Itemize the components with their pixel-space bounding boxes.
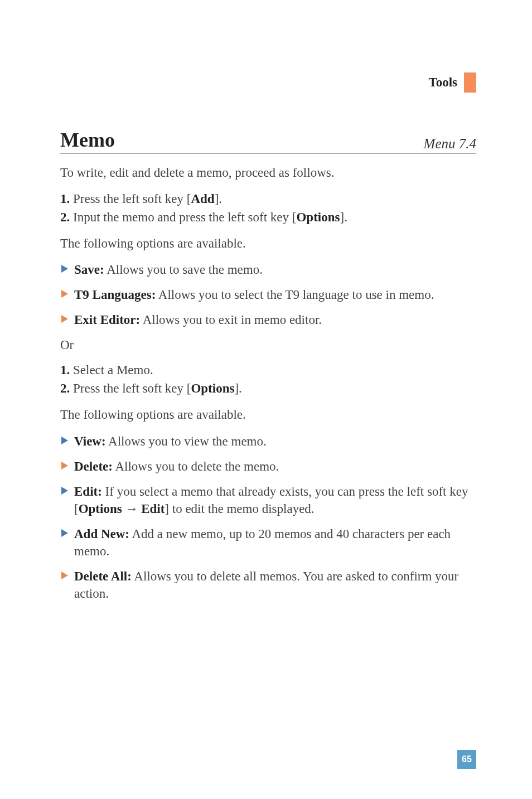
- triangle-icon: [61, 437, 68, 444]
- option-key1: Options: [79, 502, 122, 516]
- option-description: Add a new memo, up to 20 memos and 40 ch…: [74, 527, 451, 558]
- step-1b: 1. Select a Memo.: [60, 361, 476, 379]
- option-description: Allows you to exit in memo editor.: [140, 313, 322, 327]
- option-text: Add New: Add a new memo, up to 20 memos …: [74, 525, 476, 560]
- option-t9-languages: T9 Languages: Allows you to select the T…: [60, 286, 476, 303]
- step-key: Options: [191, 381, 234, 395]
- step-text: Select a Memo.: [73, 363, 153, 377]
- step-text: Input the memo and press the left soft k…: [73, 210, 296, 224]
- triangle-icon: [61, 315, 68, 323]
- page-number: 65: [457, 750, 476, 769]
- option-save: Save: Allows you to save the memo.: [60, 261, 476, 278]
- step-number: 2.: [60, 210, 70, 224]
- option-description: Allows you to select the T9 language to …: [156, 288, 434, 302]
- triangle-icon: [61, 529, 68, 537]
- or-separator: Or: [60, 336, 476, 354]
- step-text-post: ].: [234, 381, 241, 395]
- step-block-2: 1. Select a Memo. 2. Press the left soft…: [60, 361, 476, 397]
- option-description: Allows you to delete the memo.: [113, 459, 279, 473]
- option-description-post: ] to edit the memo displayed.: [165, 502, 314, 516]
- option-description: Allows you to delete all memos. You are …: [74, 569, 458, 601]
- options-intro-2: The following options are available.: [60, 406, 476, 423]
- option-delete-all: Delete All: Allows you to delete all mem…: [60, 568, 476, 602]
- triangle-icon: [61, 462, 68, 469]
- step-key: Options: [296, 210, 340, 224]
- page-title: Memo: [60, 128, 115, 152]
- menu-reference: Menu 7.4: [424, 136, 476, 152]
- option-description: Allows you to view the memo.: [106, 434, 267, 448]
- option-label: Delete:: [74, 459, 113, 473]
- option-text: Delete: Allows you to delete the memo.: [74, 458, 476, 475]
- option-text: Exit Editor: Allows you to exit in memo …: [74, 311, 476, 328]
- step-number: 1.: [60, 192, 70, 206]
- option-text: Delete All: Allows you to delete all mem…: [74, 568, 476, 602]
- option-label: View:: [74, 434, 106, 448]
- section-header: Tools: [428, 72, 476, 93]
- option-edit: Edit: If you select a memo that already …: [60, 483, 476, 517]
- option-add-new: Add New: Add a new memo, up to 20 memos …: [60, 525, 476, 560]
- option-label: Edit:: [74, 485, 102, 498]
- step-1: 1. Press the left soft key [Add].: [60, 190, 476, 207]
- option-arrow: →: [122, 502, 142, 516]
- option-text: Save: Allows you to save the memo.: [74, 261, 476, 278]
- step-text: Press the left soft key [: [73, 381, 191, 395]
- triangle-icon: [61, 265, 68, 273]
- option-label: Save:: [74, 263, 104, 277]
- option-label: T9 Languages:: [74, 288, 156, 302]
- title-row: Memo Menu 7.4: [60, 128, 476, 154]
- step-block-1: 1. Press the left soft key [Add]. 2. Inp…: [60, 190, 476, 226]
- options-intro: The following options are available.: [60, 235, 476, 252]
- option-text: Edit: If you select a memo that already …: [74, 483, 476, 517]
- section-marker-icon: [464, 72, 476, 93]
- option-text: View: Allows you to view the memo.: [74, 433, 476, 450]
- step-text: Press the left soft key [: [73, 192, 191, 206]
- step-number: 1.: [60, 363, 70, 377]
- body-content: To write, edit and delete a memo, procee…: [60, 164, 476, 602]
- step-2b: 2. Press the left soft key [Options].: [60, 380, 476, 397]
- option-text: T9 Languages: Allows you to select the T…: [74, 286, 476, 303]
- triangle-icon: [61, 290, 68, 298]
- option-exit-editor: Exit Editor: Allows you to exit in memo …: [60, 311, 476, 328]
- option-label: Exit Editor:: [74, 313, 140, 327]
- option-label: Add New:: [74, 527, 129, 541]
- step-key: Add: [191, 192, 214, 206]
- option-view: View: Allows you to view the memo.: [60, 433, 476, 450]
- intro-text: To write, edit and delete a memo, procee…: [60, 164, 476, 181]
- section-label: Tools: [428, 75, 457, 90]
- option-description: Allows you to save the memo.: [104, 263, 263, 277]
- triangle-icon: [61, 487, 68, 495]
- step-number: 2.: [60, 381, 70, 395]
- step-2: 2. Input the memo and press the left sof…: [60, 209, 476, 226]
- option-label: Delete All:: [74, 569, 132, 583]
- option-key2: Edit: [141, 502, 165, 516]
- triangle-icon: [61, 572, 68, 579]
- step-text-post: ].: [215, 192, 222, 206]
- option-delete: Delete: Allows you to delete the memo.: [60, 458, 476, 475]
- step-text-post: ].: [340, 210, 347, 224]
